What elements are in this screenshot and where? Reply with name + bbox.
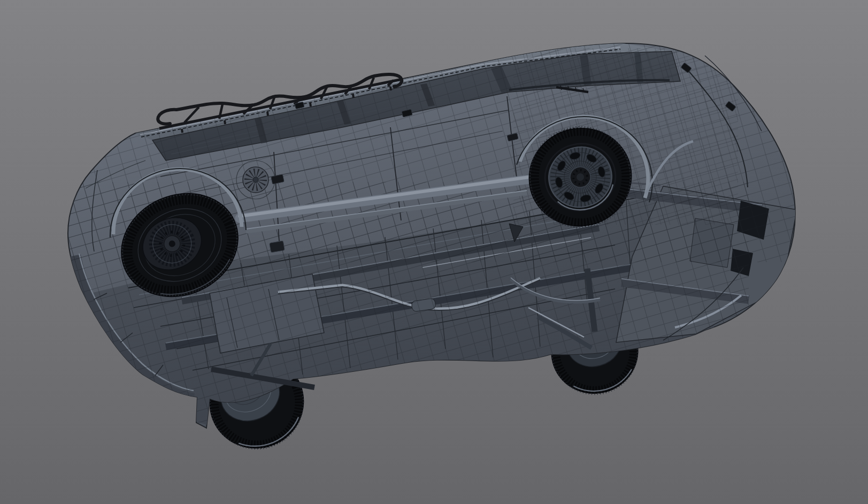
viewport-stage [0,0,868,504]
jack-point-bracket [270,241,285,253]
filler-hub [253,177,258,182]
viewport-canvas[interactable] [0,0,868,504]
